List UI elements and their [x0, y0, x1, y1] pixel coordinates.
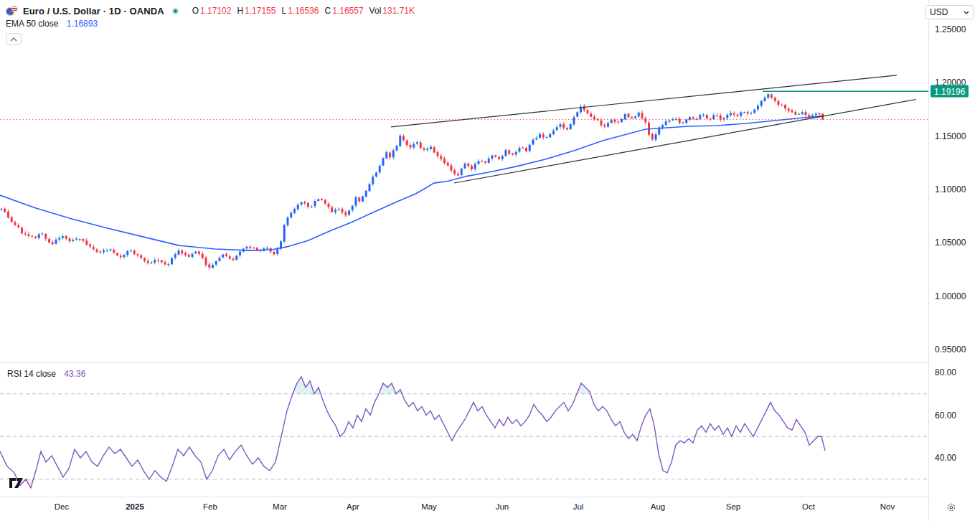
rsi-tick-label: 80.00 [935, 367, 956, 377]
time-axis-label[interactable]: 2025 [126, 502, 144, 511]
rsi-tick-label: 60.00 [935, 410, 956, 421]
price-tick-label: 1.00000 [935, 291, 966, 301]
collapse-legend-button[interactable] [6, 33, 22, 45]
ema-label: EMA 50 close [6, 19, 58, 29]
chevron-down-icon [963, 11, 969, 14]
time-axis-label[interactable]: Nov [880, 502, 895, 511]
currency-dropdown-value: USD [930, 7, 948, 17]
volume-label: Vol [369, 6, 382, 16]
ema-value: 1.16893 [67, 19, 98, 29]
settings-gear-icon[interactable] [946, 502, 957, 513]
price-tick-label: 1.05000 [935, 238, 966, 248]
time-axis-label[interactable]: Jul [573, 502, 584, 511]
channel-lower [454, 100, 916, 184]
rsi-tick-label: 40.00 [935, 453, 956, 463]
volume-value: 131.71K [382, 6, 415, 16]
tradingview-logo[interactable] [9, 478, 24, 492]
market-status-icon [172, 8, 179, 14]
rsi-legend[interactable]: RSI 14 close 43.36 [7, 369, 85, 379]
time-axis-label[interactable]: Jun [496, 502, 509, 511]
ema-line [0, 116, 824, 251]
time-axis-label[interactable]: Sep [726, 502, 740, 511]
ohlc-values: O1.17102 H1.17155 L1.16536 C1.16557 Vol1… [188, 6, 415, 16]
time-axis-label[interactable]: Oct [802, 502, 815, 511]
close-value: 1.16557 [332, 6, 363, 16]
open-label: O [192, 6, 199, 16]
time-axis-label[interactable]: Feb [203, 502, 217, 511]
high-label: H [237, 6, 243, 16]
chevron-up-icon [10, 37, 17, 42]
open-value: 1.17102 [200, 6, 231, 16]
low-value: 1.16536 [288, 6, 319, 16]
rsi-line [0, 377, 825, 488]
pane-separator[interactable] [0, 362, 980, 363]
symbol-title[interactable]: Euro / U.S. Dollar · 1D · OANDA [23, 6, 164, 17]
candlestick-chart[interactable] [0, 0, 928, 362]
chart-window: Euro / U.S. Dollar · 1D · OANDA O1.17102… [0, 0, 980, 521]
price-pane[interactable] [0, 0, 928, 362]
high-value: 1.17155 [245, 6, 275, 16]
alert-price-badge[interactable]: 1.19196 [930, 85, 969, 98]
us-flag-icon [11, 6, 18, 12]
low-label: L [281, 6, 286, 16]
currency-pair-icon [6, 6, 18, 16]
time-axis-label[interactable]: Apr [347, 502, 359, 511]
rsi-pane[interactable] [0, 362, 928, 497]
time-axis-label[interactable]: Mar [273, 502, 287, 511]
rsi-value: 43.36 [64, 369, 85, 379]
time-axis-label[interactable]: Aug [651, 502, 665, 511]
time-axis-label[interactable]: May [421, 502, 437, 511]
rsi-chart[interactable] [0, 362, 928, 497]
price-tick-label: 1.10000 [935, 184, 966, 194]
close-label: C [325, 6, 331, 16]
legend: Euro / U.S. Dollar · 1D · OANDA O1.17102… [6, 4, 415, 45]
rsi-label: RSI 14 close [7, 369, 56, 379]
ema-legend[interactable]: EMA 50 close 1.16893 [6, 19, 415, 29]
time-axis-label[interactable]: Dec [55, 502, 69, 511]
currency-dropdown[interactable]: USD [925, 5, 974, 19]
price-tick-label: 1.15000 [935, 131, 966, 141]
price-tick-label: 0.95000 [935, 344, 966, 355]
price-tick-label: 1.25000 [935, 24, 966, 34]
